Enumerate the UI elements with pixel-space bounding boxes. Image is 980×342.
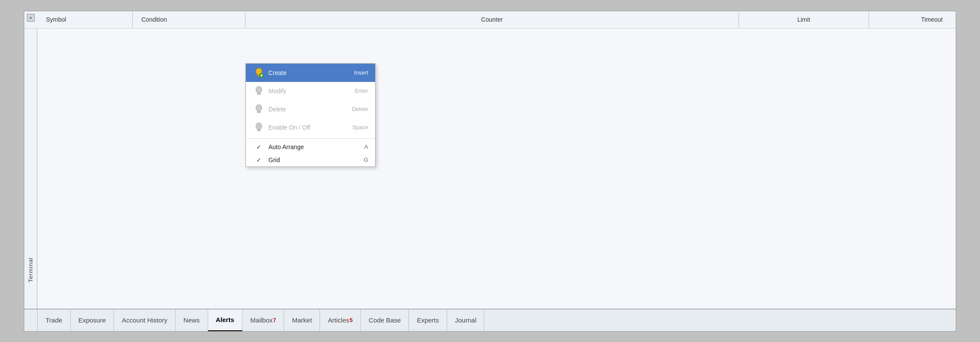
svg-rect-4 (261, 74, 262, 77)
content-area: Create Insert Modify Enter (37, 29, 956, 309)
menu-item-enable: Enable On / Off Space (246, 118, 375, 137)
menu-item-delete: Delete Delete (246, 100, 375, 118)
menu-modify-label: Modify (268, 88, 346, 94)
menu-item-modify: Modify Enter (246, 82, 375, 100)
menu-enable-shortcut: Space (352, 124, 368, 130)
menu-modify-shortcut: Enter (355, 88, 368, 94)
col-counter: Counter (245, 11, 739, 28)
bell-enable-icon (253, 121, 265, 134)
col-symbol: Symbol (37, 11, 133, 28)
menu-separator (246, 138, 375, 139)
col-condition: Condition (133, 11, 245, 28)
main-content: Terminal Create (24, 29, 956, 309)
tab-mailbox[interactable]: Mailbox7 (242, 309, 284, 331)
svg-rect-6 (257, 93, 261, 94)
tab-trade[interactable]: Trade (37, 309, 71, 331)
grid-check-icon: ✓ (253, 156, 265, 163)
tab-experts[interactable]: Experts (409, 309, 447, 331)
terminal-label: Terminal (27, 257, 34, 282)
menu-auto-arrange-label: Auto Arrange (268, 143, 356, 150)
close-button[interactable]: × (27, 14, 35, 22)
menu-grid-shortcut: G (364, 156, 368, 163)
sidebar-terminal: Terminal (24, 29, 37, 309)
tab-news[interactable]: News (176, 309, 208, 331)
col-timeout: Timeout (869, 11, 956, 28)
articles-badge: 5 (350, 317, 353, 323)
menu-item-grid[interactable]: ✓ Grid G (246, 153, 375, 166)
menu-item-create[interactable]: Create Insert (246, 64, 375, 82)
tab-account-history[interactable]: Account History (114, 309, 176, 331)
svg-rect-8 (257, 111, 261, 113)
menu-delete-label: Delete (268, 106, 343, 113)
tab-market[interactable]: Market (284, 309, 320, 331)
mailbox-badge: 7 (273, 317, 276, 323)
menu-grid-label: Grid (268, 156, 355, 163)
tab-articles[interactable]: Articles5 (320, 309, 361, 331)
svg-point-5 (256, 86, 262, 93)
column-header-bar: Symbol Condition Counter Limit Timeout (24, 11, 956, 29)
bell-add-icon (253, 67, 265, 79)
main-window: × Symbol Condition Counter Limit Timeout… (24, 11, 956, 332)
menu-create-shortcut: Insert (354, 69, 368, 76)
context-menu: Create Insert Modify Enter (245, 63, 376, 167)
col-limit: Limit (739, 11, 869, 28)
menu-item-auto-arrange[interactable]: ✓ Auto Arrange A (246, 140, 375, 153)
menu-create-label: Create (268, 69, 345, 76)
svg-point-9 (256, 123, 262, 130)
tab-exposure[interactable]: Exposure (71, 309, 114, 331)
svg-rect-10 (257, 130, 261, 131)
bell-delete-icon (253, 103, 265, 115)
tab-alerts[interactable]: Alerts (208, 309, 243, 331)
tab-code-base[interactable]: Code Base (361, 309, 409, 331)
menu-delete-shortcut: Delete (352, 106, 368, 112)
bottom-tabs: Trade Exposure Account History News Aler… (24, 309, 956, 331)
svg-point-7 (256, 104, 262, 111)
menu-enable-label: Enable On / Off (268, 124, 343, 131)
auto-arrange-check-icon: ✓ (253, 143, 265, 150)
menu-auto-arrange-shortcut: A (364, 143, 368, 150)
bell-modify-icon (253, 85, 265, 97)
tab-journal[interactable]: Journal (447, 309, 484, 331)
